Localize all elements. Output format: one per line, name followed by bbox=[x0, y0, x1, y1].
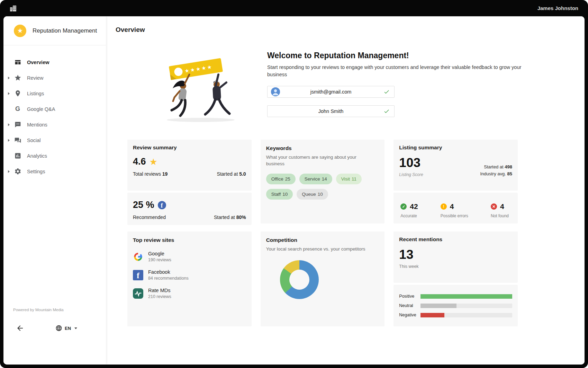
mention-row-negative: Negative bbox=[399, 313, 512, 317]
card-title: Listing summary bbox=[399, 144, 512, 151]
location-pin-icon bbox=[14, 90, 21, 97]
recommended-percent: 25 % bbox=[133, 200, 154, 210]
listing-score-caption: Listing Score bbox=[399, 172, 423, 177]
mention-row-neutral: Neutral bbox=[399, 303, 512, 308]
sidebar-item-review[interactable]: Review bbox=[3, 70, 106, 86]
company-building-icon[interactable] bbox=[9, 4, 17, 12]
check-icon bbox=[383, 108, 390, 114]
sidebar-item-google-qa[interactable]: G Google Q&A bbox=[3, 101, 106, 117]
google-g-icon: G bbox=[14, 105, 21, 113]
facebook-icon: f bbox=[133, 270, 143, 280]
brand-name: Reputation Management bbox=[33, 27, 97, 34]
stat-not-found: ✕4 Not found bbox=[491, 202, 509, 218]
industry-avg-value: 85 bbox=[507, 171, 512, 176]
rating-banner: ★★★★★ bbox=[169, 58, 223, 80]
keyword-chip-queue[interactable]: Queue10 bbox=[297, 189, 328, 200]
star-icon bbox=[14, 74, 21, 82]
chevron-right-icon bbox=[8, 139, 10, 142]
card-title: Keywords bbox=[266, 145, 379, 151]
app-shell: ★ Reputation Management Overview Review bbox=[3, 16, 585, 365]
user-name[interactable]: James Johnston bbox=[537, 5, 578, 11]
check-circle-icon: ✓ bbox=[400, 203, 407, 210]
facebook-icon: f bbox=[158, 201, 166, 209]
total-reviews-label: Total reviews bbox=[133, 171, 161, 177]
site-row-google[interactable]: Google 190 reviews bbox=[133, 251, 246, 262]
analytics-chart-icon bbox=[14, 152, 21, 160]
sidebar-item-overview[interactable]: Overview bbox=[3, 54, 106, 70]
email-value: jsmith@gmail.com bbox=[268, 89, 394, 95]
keywords-subtitle: What your customers are saying about you… bbox=[266, 154, 373, 167]
topbar: James Johnston bbox=[0, 0, 588, 16]
star-icon: ★ bbox=[150, 157, 157, 166]
page-title: Overview bbox=[106, 16, 585, 34]
warning-circle-icon: ! bbox=[441, 203, 447, 210]
site-row-ratemds[interactable]: Rate MDs 210 reviews bbox=[133, 288, 246, 299]
welcome-illustration: ★★★★★ bbox=[149, 49, 253, 125]
sidebar-item-listings[interactable]: Listings bbox=[3, 86, 106, 101]
mention-bar-fill bbox=[420, 313, 444, 317]
listing-summary-card: Listing summary 103 Listing Score Starte… bbox=[393, 140, 518, 224]
keyword-chip-office[interactable]: Office25 bbox=[266, 174, 296, 184]
google-logo-icon bbox=[133, 252, 143, 262]
site-row-facebook[interactable]: f Facebook 84 recommendations bbox=[133, 269, 246, 281]
email-field[interactable]: jsmith@gmail.com bbox=[267, 86, 395, 98]
industry-avg-label: Industry avg. bbox=[480, 171, 506, 176]
welcome-subtitle: Start responding to your reviews to enga… bbox=[267, 64, 525, 78]
caret-down-icon bbox=[74, 327, 77, 329]
avatar bbox=[271, 87, 280, 96]
sidebar: ★ Reputation Management Overview Review bbox=[3, 16, 106, 365]
keyword-chip-service[interactable]: Service14 bbox=[299, 174, 332, 184]
welcome-title: Welcome to Reputation Management! bbox=[267, 51, 525, 60]
main-content: Overview ★★★★★ bbox=[106, 16, 585, 365]
bar-track bbox=[420, 313, 512, 317]
rating-value: 4.6 bbox=[133, 156, 146, 167]
error-circle-icon: ✕ bbox=[491, 203, 497, 210]
check-icon bbox=[383, 89, 390, 95]
keyword-chip-visit[interactable]: Visit11 bbox=[336, 174, 362, 184]
back-arrow-button[interactable] bbox=[16, 324, 25, 333]
chevron-right-icon bbox=[8, 123, 10, 126]
total-reviews-value: 19 bbox=[162, 171, 168, 177]
mention-row-positive: Positive bbox=[399, 294, 512, 299]
chevron-right-icon bbox=[8, 92, 10, 95]
sidebar-item-analytics[interactable]: Analytics bbox=[3, 148, 106, 164]
sidebar-footer: EN bbox=[3, 324, 106, 333]
language-selector[interactable]: EN bbox=[55, 325, 77, 332]
listing-score: 103 bbox=[399, 156, 423, 169]
chevron-right-icon bbox=[8, 77, 10, 79]
started-at-label: Started at bbox=[217, 171, 238, 177]
window-frame: James Johnston ★ Reputation Management O… bbox=[0, 0, 588, 368]
recent-mentions-card: Recent mentions 13 This week Positive Ne… bbox=[393, 231, 518, 326]
keyword-chip-staff[interactable]: Staff10 bbox=[266, 189, 293, 200]
sidebar-item-settings[interactable]: Settings bbox=[3, 164, 106, 179]
cards-grid: Review summary 4.6 ★ Total reviews 19 St… bbox=[127, 140, 518, 326]
competition-card: Competition Your local search presence v… bbox=[261, 231, 385, 326]
sidebar-item-mentions[interactable]: Mentions bbox=[3, 117, 106, 132]
mention-bar-fill bbox=[420, 304, 456, 308]
card-title: Top review sites bbox=[133, 237, 246, 243]
bar-track bbox=[420, 304, 512, 308]
chevron-right-icon bbox=[8, 170, 10, 173]
overview-icon bbox=[14, 59, 21, 66]
mentions-period: This week bbox=[399, 264, 512, 269]
welcome-section: ★★★★★ bbox=[149, 51, 585, 125]
started-at-value: 498 bbox=[505, 164, 512, 169]
mentions-count: 13 bbox=[399, 248, 512, 261]
started-at-value: 80% bbox=[236, 214, 246, 220]
card-title: Competition bbox=[266, 237, 379, 243]
mention-bar-fill bbox=[420, 294, 512, 299]
started-at-label: Started at bbox=[214, 214, 235, 220]
recommended-label: Recommended bbox=[133, 214, 166, 220]
name-field[interactable]: John Smith bbox=[267, 105, 395, 117]
language-code: EN bbox=[65, 326, 71, 331]
sidebar-nav: Overview Review Listings bbox=[3, 45, 106, 179]
keyword-chips: Office25 Service14 Visit11 Staff10 Queue… bbox=[266, 174, 377, 200]
started-at-label: Started at bbox=[484, 164, 503, 169]
globe-icon bbox=[55, 325, 62, 332]
sidebar-item-social[interactable]: Social bbox=[3, 132, 106, 148]
top-review-sites-card: Top review sites bbox=[127, 231, 252, 326]
brand: ★ Reputation Management bbox=[3, 16, 106, 45]
gear-icon bbox=[14, 168, 21, 175]
stat-accurate: ✓42 Accurate bbox=[400, 202, 418, 218]
powered-by-text: Powered by Mountain Media bbox=[13, 308, 64, 312]
